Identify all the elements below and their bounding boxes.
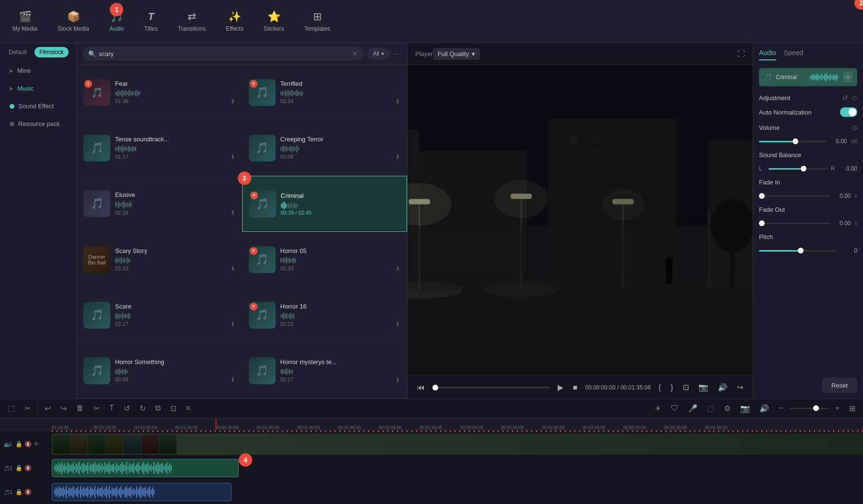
- track-v1-content[interactable]: [52, 434, 863, 455]
- camera-button[interactable]: 📷: [697, 381, 710, 394]
- volume-slider[interactable]: [759, 141, 827, 142]
- audio-ctrl-button[interactable]: 🔊: [716, 381, 729, 394]
- undo-button[interactable]: ↩: [42, 402, 54, 415]
- toolbar-stickers[interactable]: ⭐ Stickers: [256, 7, 292, 36]
- camera-tl-button[interactable]: 📷: [737, 402, 753, 415]
- horror-something-download[interactable]: ⬇: [230, 376, 235, 383]
- tab-audio[interactable]: Audio: [759, 49, 776, 60]
- rotate-right-button[interactable]: ↻: [137, 402, 149, 415]
- track-v1-lock[interactable]: 🔒: [15, 441, 23, 447]
- text-tool-button[interactable]: T: [106, 402, 117, 414]
- stop-button[interactable]: ■: [571, 381, 580, 394]
- track-a1-blue-content[interactable]: [52, 483, 232, 501]
- audio-card-horror05[interactable]: 🎵 ♥ Horror 05 01:33 ⬇: [242, 232, 408, 287]
- scary-story-download[interactable]: ⬇: [230, 265, 235, 272]
- audio-card-horror-mystery[interactable]: 🎵 Horror mysterys te... 02:17 ⬇: [242, 343, 408, 399]
- ai-button[interactable]: ⚙: [721, 402, 734, 415]
- more-ctrl-button[interactable]: ↪: [735, 381, 745, 394]
- scissor-button[interactable]: ✂: [91, 402, 103, 415]
- audio-card-horror16[interactable]: 🎵 ♥ Horror 16 02:22 ⬇: [242, 287, 408, 343]
- fear-download-icon[interactable]: ⬇: [230, 98, 235, 105]
- tab-default[interactable]: Default: [4, 47, 32, 57]
- split-button[interactable]: ⧉: [152, 402, 163, 414]
- progress-bar[interactable]: [432, 387, 550, 389]
- audio-card-elusive[interactable]: 🎵 Elusive 02:26 ⬇: [77, 176, 242, 232]
- tense-download-icon[interactable]: ⬇: [230, 153, 235, 160]
- pitch-slider[interactable]: [759, 250, 837, 252]
- reset-button[interactable]: Reset: [822, 378, 857, 393]
- fade-out-slider[interactable]: [759, 223, 830, 224]
- track-a1-blue-lock[interactable]: 🔒: [15, 489, 23, 495]
- more-options-button[interactable]: ⋯: [394, 49, 401, 58]
- fade-in-slider[interactable]: [759, 195, 830, 197]
- cut-tool-button[interactable]: ✂: [22, 402, 34, 415]
- terrified-download-icon[interactable]: ⬇: [395, 98, 400, 105]
- horror16-download[interactable]: ⬇: [395, 321, 400, 328]
- menu-mine[interactable]: ▶ Mine: [3, 62, 73, 79]
- clear-search-icon[interactable]: ✕: [352, 50, 358, 57]
- diamond-icon[interactable]: ◇: [852, 94, 857, 102]
- track-v1-eye[interactable]: 👁: [34, 441, 39, 447]
- mic-icon-button[interactable]: 🎤: [685, 402, 700, 415]
- bracket-left-button[interactable]: {: [656, 381, 663, 394]
- menu-sound-effect[interactable]: Sound Effect: [3, 98, 73, 115]
- redo-button[interactable]: ↪: [58, 402, 70, 415]
- scare-download[interactable]: ⬇: [230, 321, 235, 328]
- toolbar-titles[interactable]: T Titles: [137, 7, 165, 36]
- toolbar-templates[interactable]: ⊞ Templates: [296, 7, 338, 36]
- elusive-download-icon[interactable]: ⬇: [230, 209, 235, 216]
- toolbar-effects[interactable]: ✨ Effects: [218, 7, 251, 36]
- horror05-download[interactable]: ⬇: [395, 265, 400, 272]
- audio-card-criminal[interactable]: 3 🎵 ♥ Criminal 00:39 / 02:45: [242, 176, 408, 232]
- shield-icon-button[interactable]: 🛡: [668, 402, 681, 414]
- prev-button[interactable]: ⏮: [415, 381, 427, 394]
- tab-filmstock[interactable]: Filmstock: [35, 47, 69, 57]
- audio-card-scary-story[interactable]: DancerBio Ball Scary Story 03:10 ⬇: [77, 232, 242, 287]
- track-v1-mute[interactable]: 🔇: [24, 441, 32, 447]
- auto-normalization-toggle[interactable]: [840, 107, 857, 117]
- audio-card-scare[interactable]: 🎵 Scare 03:17 ⬇: [77, 287, 242, 343]
- rotate-left-button[interactable]: ↺: [121, 402, 133, 415]
- zoom-out-button[interactable]: −: [776, 402, 786, 414]
- fullscreen-icon[interactable]: ⛶: [737, 50, 745, 58]
- zoom-slider[interactable]: [790, 408, 828, 409]
- audio-card-tense[interactable]: 🎵 Tense soundtrack... 01:17 ⬇: [77, 120, 242, 176]
- sun-icon-button[interactable]: ☀: [652, 402, 664, 415]
- crop-button[interactable]: ⊡: [681, 381, 691, 394]
- menu-resource-pack[interactable]: Resource pack: [3, 115, 73, 132]
- audio-card-fear[interactable]: 🎵 ♥ Fear 01:36 ⬇: [77, 65, 242, 120]
- zoom-in-button[interactable]: +: [832, 402, 842, 414]
- audio-tl-button[interactable]: 🔊: [757, 402, 772, 415]
- balance-slider[interactable]: [769, 168, 827, 170]
- menu-music[interactable]: ▶ Music: [3, 80, 73, 97]
- track-a1-blue-mute[interactable]: 🔇: [24, 489, 32, 495]
- tab-speed[interactable]: Speed: [784, 49, 803, 60]
- track-a1-green-content[interactable]: [52, 459, 239, 477]
- caption-button[interactable]: ⬚: [704, 402, 717, 415]
- filter-all-button[interactable]: All ▾: [367, 48, 390, 59]
- effects-icon: ✨: [228, 11, 241, 23]
- creeping-download-icon[interactable]: ⬇: [395, 153, 400, 160]
- audio-card-terrified[interactable]: 🎵 ♥ Terrified 02:34 ⬇: [242, 65, 408, 120]
- templates-label: Templates: [304, 25, 330, 32]
- select-tool-button[interactable]: ⬚: [5, 402, 18, 415]
- more-tl-button[interactable]: ≡: [183, 402, 193, 414]
- toolbar-audio[interactable]: 1 🎵 Audio: [102, 7, 132, 36]
- quality-select[interactable]: Full Quality ▾: [433, 48, 480, 60]
- track-a1-mute[interactable]: 🔇: [24, 465, 32, 471]
- delete-button[interactable]: 🗑: [73, 402, 87, 414]
- track-a1-lock[interactable]: 🔒: [15, 465, 23, 471]
- toolbar-stock-media[interactable]: 📦 Stock Media: [50, 7, 97, 36]
- volume-diamond-icon[interactable]: ◇: [852, 124, 857, 131]
- crop-tl-button[interactable]: ⊡: [167, 402, 179, 415]
- refresh-icon[interactable]: ↺: [842, 94, 848, 102]
- search-input[interactable]: [99, 50, 349, 57]
- grid-view-button[interactable]: ⊞: [846, 402, 858, 415]
- play-button[interactable]: ▶: [556, 381, 565, 394]
- horror-mystery-download[interactable]: ⬇: [395, 376, 400, 383]
- bracket-right-button[interactable]: }: [669, 381, 675, 394]
- toolbar-transitions[interactable]: ⇄ Transitions: [170, 7, 213, 36]
- toolbar-my-media[interactable]: 🎬 My Media: [5, 7, 45, 36]
- audio-card-creeping[interactable]: 🎵 Creeping Terror 01:08 ⬇: [242, 120, 408, 176]
- audio-card-horror-something[interactable]: 🎵 Horror Something 00:59 ⬇: [77, 343, 242, 399]
